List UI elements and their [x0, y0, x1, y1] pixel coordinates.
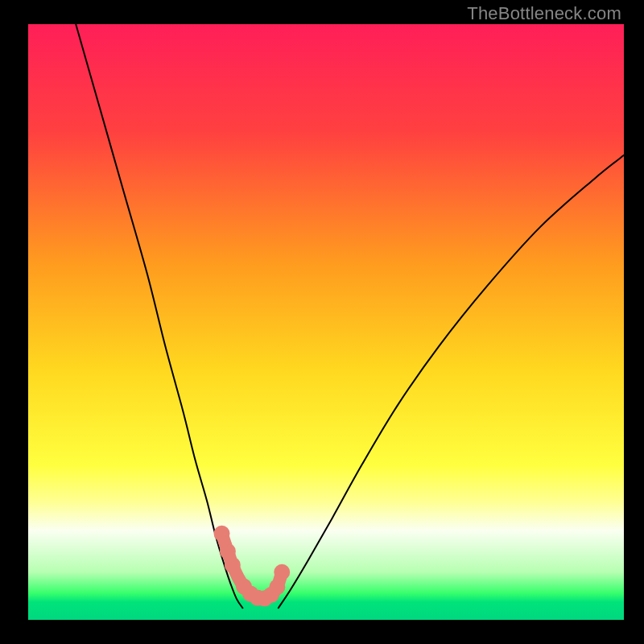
valley-marker	[269, 579, 285, 595]
valley-marker	[214, 526, 230, 542]
valley-marker	[225, 557, 241, 573]
valley-marker	[220, 543, 236, 559]
watermark-text: TheBottleneck.com	[467, 3, 621, 24]
chart-plot-area	[28, 24, 624, 620]
chart-frame: TheBottleneck.com	[0, 0, 644, 644]
valley-marker	[274, 564, 290, 580]
chart-svg	[28, 24, 624, 620]
